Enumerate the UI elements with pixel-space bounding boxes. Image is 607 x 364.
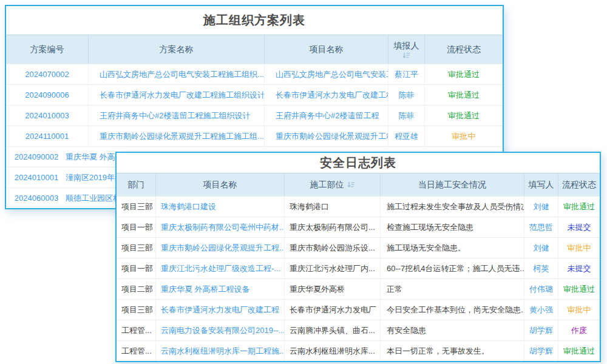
location-cell: 云南腾冲界头镇、曲石...: [285, 320, 381, 340]
writer-name: 胡学辉: [524, 320, 558, 340]
header-writer-label: 填写人: [529, 180, 554, 190]
plan-name-link[interactable]: 潼南区2019年绿: [66, 167, 123, 187]
desktop: { "panels": { "plan_list": { "title": "施…: [0, 0, 607, 364]
status-badge: 审批通过: [558, 197, 600, 217]
department-cell: 项目一部: [117, 217, 156, 237]
safety-desc-cell: 正常: [381, 279, 524, 299]
header-plan-name: 方案名称: [89, 35, 265, 64]
plan-code-cell: 2024110001: [6, 126, 89, 146]
safety-desc-cell: 60--7挖机4台运转正常；施工人员无违...: [381, 258, 524, 278]
plan-name-link[interactable]: 重庆市鹅岭公园绿化景观提升工程施工施工组...: [89, 126, 265, 146]
project-name-link[interactable]: 长春市伊通河水力发电厂改建工程: [265, 85, 388, 105]
plan-code-cell: 2024090002: [12, 147, 61, 167]
table-row[interactable]: 项目一部重庆太极制药有限公司亳州中药材...重庆太极制药有限公司...检查施工现…: [117, 217, 600, 237]
project-name-link[interactable]: 山西弘文房地产总公司电气安装工程: [265, 64, 388, 84]
status-badge: 未提交: [558, 217, 600, 237]
project-name-link[interactable]: 重庆太极制药有限公司亳州中药材...: [156, 217, 285, 237]
table-row[interactable]: 2024010003王府井商务中心#2楼遗留工程施工组织设计王府井商务中心#2楼…: [6, 105, 503, 126]
writer-name: 柯英: [524, 258, 558, 278]
reporter-name: 程亚雄: [388, 126, 425, 146]
status-badge: 审批通过: [558, 341, 600, 361]
location-cell: 长春市伊通河水力发电厂: [285, 300, 381, 320]
reporter-name: 蔡江平: [388, 64, 425, 84]
department-cell: 工程管...: [117, 341, 156, 361]
header-writer: 填写人: [524, 174, 558, 196]
header-reporter-label: 填报人: [394, 41, 419, 52]
project-name-link[interactable]: 重庆江北污水处理厂级改造工程-...: [156, 258, 285, 278]
plan-name-link[interactable]: 重庆华夏 外高桥: [66, 147, 123, 167]
plan-code-cell: 2024070002: [6, 64, 89, 84]
header-status: 流程状态: [558, 174, 600, 196]
table-row[interactable]: 2024070002山西弘文房地产总公司电气安装工程施工组织...山西弘文房地产…: [6, 64, 503, 84]
sort-icon[interactable]: [402, 52, 410, 59]
safety-desc-cell: 检查施工现场无安全隐患: [381, 217, 524, 237]
safety-desc-cell: 施工过程未发生安全事故及人员受伤情况: [381, 197, 524, 217]
header-daily-safety-label: 当日施工安全情况: [418, 180, 486, 190]
writer-name: 范思哲: [524, 217, 558, 237]
safety-log-title: 安全日志列表: [117, 153, 600, 173]
plan-name-link[interactable]: 山西弘文房地产总公司电气安装工程施工组织...: [89, 64, 265, 84]
department-cell: 项目二部: [117, 279, 156, 299]
header-project-name: 项目名称: [265, 35, 388, 64]
table-row[interactable]: 项目一部重庆江北污水处理厂级改造工程-...重庆江北污水处理厂内...60--7…: [117, 258, 600, 278]
department-cell: 项目三部: [117, 197, 156, 217]
safety-desc-cell: 有安全隐患: [381, 320, 524, 340]
writer-name: 黄小强: [524, 300, 558, 320]
header-plan-name-label: 方案名称: [160, 44, 194, 55]
safety-log-header-row: 部门项目名称施工部位当日施工安全情况填写人流程状态: [117, 173, 600, 196]
safety-log-body: 项目三部珠海鹤港口建设珠海鹤港口施工过程未发生安全事故及人员受伤情况刘健审批通过…: [117, 196, 600, 361]
plan-code-cell: 2024060003: [12, 188, 61, 208]
table-row[interactable]: 项目三部重庆市鹅岭公园绿化景观提升工程...重庆市鹅岭公园游乐设...施工现场无…: [117, 237, 600, 258]
table-row[interactable]: 项目二部重庆华夏 外高桥工程设备重庆华夏外高桥正常付伟璐审批通过: [117, 278, 600, 299]
department-cell: 工程管...: [117, 320, 156, 340]
status-badge: 审批通过: [425, 64, 503, 84]
header-location[interactable]: 施工部位: [285, 174, 381, 196]
header-project-name-label: 项目名称: [203, 180, 237, 190]
plan-code-cell: 2024010003: [6, 106, 89, 126]
table-row[interactable]: 工程管...云南电力设备安装有限公司2019--...云南腾冲界头镇、曲石...…: [117, 320, 600, 340]
project-name-link[interactable]: 云南电力设备安装有限公司2019--...: [156, 320, 285, 340]
status-badge: 未提交: [558, 258, 600, 278]
header-department-label: 部门: [127, 180, 144, 190]
header-project-name: 项目名称: [156, 174, 285, 196]
safety-desc-cell: 本日一切正常，无事故发生。: [381, 341, 524, 361]
location-cell: 重庆市鹅岭公园游乐设...: [285, 238, 381, 258]
writer-name: 刘健: [524, 238, 558, 258]
location-cell: 重庆江北污水处理厂内...: [285, 258, 381, 278]
header-location-label: 施工部位: [310, 180, 344, 190]
reporter-name: 陈菲: [388, 106, 425, 126]
header-project-name-label: 项目名称: [310, 44, 344, 55]
table-row[interactable]: 工程管...云南水利枢纽潜明水库一期工程施...云南水利枢纽潜明水库...本日一…: [117, 340, 600, 361]
table-row[interactable]: 项目三部珠海鹤港口建设珠海鹤港口施工过程未发生安全事故及人员受伤情况刘健审批通过: [117, 196, 600, 217]
project-name-link[interactable]: 云南水利枢纽潜明水库一期工程施...: [156, 341, 285, 361]
sort-icon[interactable]: [347, 181, 355, 188]
status-badge: 作废: [558, 320, 600, 340]
plan-list-title: 施工组织方案列表: [6, 6, 503, 35]
plan-name-link[interactable]: 长春市伊通河水力发电厂改建工程施工组织设计: [89, 85, 265, 105]
status-badge: 审批中: [558, 238, 600, 258]
department-cell: 项目三部: [117, 238, 156, 258]
location-cell: 云南水利枢纽潜明水库...: [285, 341, 381, 361]
header-reporter[interactable]: 填报人: [388, 35, 425, 64]
plan-name-link[interactable]: 王府井商务中心#2楼遗留工程施工组织设计: [89, 106, 265, 126]
table-row[interactable]: 项目三部长春市伊通河水力发电厂改建工程长春市伊通河水力发电厂今日安全工作基本到位…: [117, 299, 600, 320]
table-row[interactable]: 2024110001重庆市鹅岭公园绿化景观提升工程施工施工组...重庆市鹅岭公园…: [6, 126, 503, 146]
header-status-label: 流程状态: [447, 44, 481, 55]
plan-name-link[interactable]: 顺德工业园区档: [66, 188, 121, 208]
project-name-link[interactable]: 长春市伊通河水力发电厂改建工程: [156, 300, 285, 320]
location-cell: 重庆太极制药有限公司...: [285, 217, 381, 237]
header-daily-safety: 当日施工安全情况: [381, 174, 524, 196]
project-name-link[interactable]: 王府井商务中心#2楼遗留工程: [265, 106, 388, 126]
status-badge: 审批通过: [558, 279, 600, 299]
project-name-link[interactable]: 重庆市鹅岭公园绿化景观提升工程...: [156, 238, 285, 258]
reporter-name: 陈菲: [388, 85, 425, 105]
project-name-link[interactable]: 重庆华夏 外高桥工程设备: [156, 279, 285, 299]
safety-desc-cell: 今日安全工作基本到位，尚无安全隐患...: [381, 300, 524, 320]
status-badge: 审批中: [425, 126, 503, 146]
header-status: 流程状态: [425, 35, 503, 64]
header-plan-code-label: 方案编号: [30, 44, 64, 55]
table-row[interactable]: 2024090006长春市伊通河水力发电厂改建工程施工组织设计长春市伊通河水力发…: [6, 84, 503, 105]
project-name-link[interactable]: 重庆市鹅岭公园绿化景观提升工程施工: [265, 126, 388, 146]
writer-name: 刘健: [524, 197, 558, 217]
project-name-link[interactable]: 珠海鹤港口建设: [156, 197, 285, 217]
